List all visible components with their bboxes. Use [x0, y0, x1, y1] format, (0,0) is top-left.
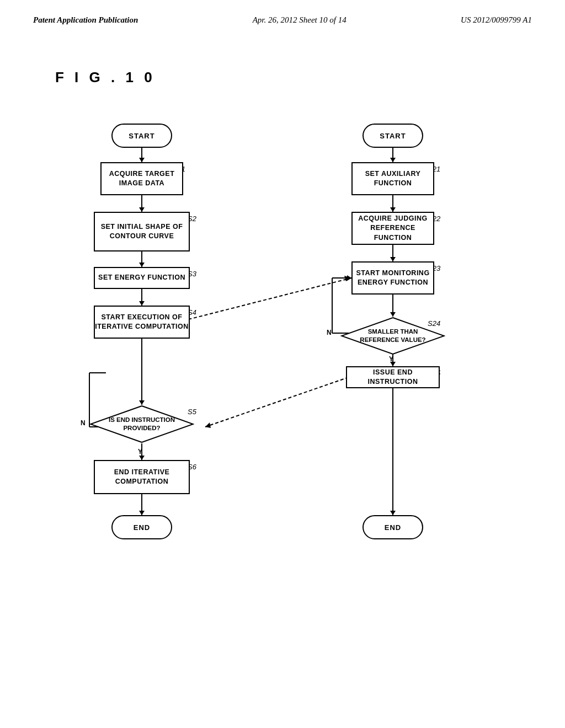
svg-marker-28	[347, 275, 351, 281]
svg-line-35	[205, 377, 349, 427]
left-start-node: START	[111, 124, 172, 148]
s5-y-label: Y	[138, 448, 142, 456]
svg-marker-36	[205, 422, 211, 428]
s6-box: END ITERATIVE COMPUTATION	[94, 460, 190, 494]
s5-diamond: IS END INSTRUCTION PROVIDED?	[89, 405, 194, 443]
svg-marker-7	[139, 301, 145, 306]
svg-marker-1	[139, 158, 145, 162]
s1-box: ACQUIRE TARGET IMAGE DATA	[100, 162, 183, 195]
header-right: US 2012/0099799 A1	[461, 15, 532, 25]
s5-n-label: N	[81, 419, 86, 427]
svg-marker-18	[390, 158, 396, 162]
page-header: Patent Application Publication Apr. 26, …	[0, 0, 565, 25]
svg-marker-5	[139, 263, 145, 267]
svg-marker-16	[139, 511, 145, 515]
s23-box: START MONITORING ENERGY FUNCTION	[351, 261, 434, 295]
svg-marker-3	[139, 207, 145, 212]
right-end-node: END	[363, 515, 423, 539]
svg-marker-20	[390, 207, 396, 212]
svg-marker-22	[390, 257, 396, 261]
s3-box: SET ENERGY FUNCTION	[94, 267, 190, 289]
s24-n-label: N	[327, 329, 332, 336]
s22-box: ACQUIRE JUDGING REFERENCE FUNCTION	[351, 212, 434, 245]
figure-label: F I G . 1 0	[0, 25, 565, 86]
s25-box: ISSUE END INSTRUCTION	[346, 366, 440, 388]
left-end-node: END	[111, 515, 172, 539]
svg-marker-32	[390, 511, 396, 515]
header-left: Patent Application Publication	[33, 15, 138, 25]
svg-marker-14	[139, 456, 145, 460]
diagram-container: START S1 ACQUIRE TARGET IMAGE DATA S2 SE…	[34, 103, 531, 627]
svg-line-33	[178, 278, 351, 322]
s4-box: START EXECUTION OF ITERATIVE COMPUTATION	[94, 306, 190, 339]
right-start-node: START	[363, 124, 423, 148]
s2-box: SET INITIAL SHAPE OF CONTOUR CURVE	[94, 212, 190, 251]
s24-diamond: SMALLER THAN REFERENCE VALUE?	[340, 317, 445, 355]
svg-marker-24	[390, 312, 396, 317]
header-center: Apr. 26, 2012 Sheet 10 of 14	[253, 15, 347, 25]
s21-box: SET AUXILIARY FUNCTION	[351, 162, 434, 195]
s24-y-label: Y	[389, 355, 393, 363]
svg-marker-34	[344, 276, 351, 281]
svg-marker-9	[139, 400, 145, 405]
